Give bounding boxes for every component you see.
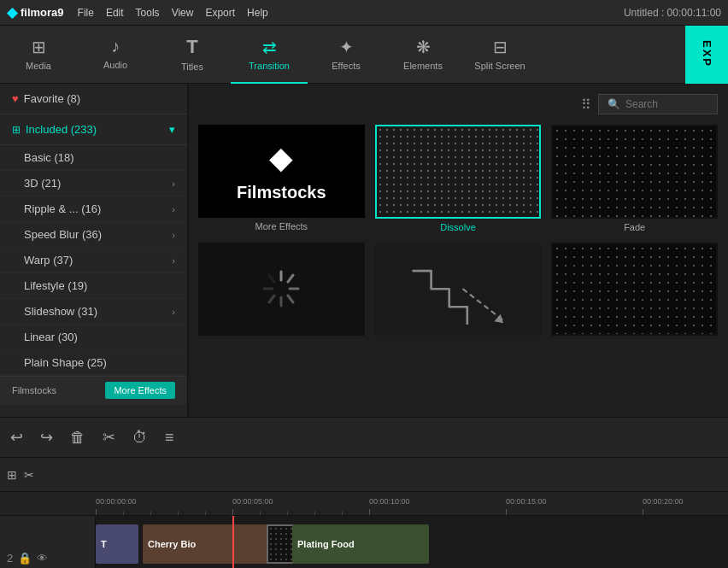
tab-transition[interactable]: ⇄ Transition: [231, 26, 308, 84]
transition-icon: ⇄: [262, 37, 277, 57]
ruler-tick-10: [369, 509, 370, 516]
clip-plating[interactable]: Plating Food: [292, 524, 429, 564]
tab-media[interactable]: ⊞ Media: [0, 26, 77, 84]
heart-icon: ♥: [12, 92, 19, 105]
effects-icon: ✦: [339, 37, 354, 57]
tab-effects-label: Effects: [332, 61, 360, 71]
sidebar-item-slideshow[interactable]: Slideshow (31) ›: [0, 299, 187, 325]
clip-cherry-content: Cherry Bio: [143, 524, 201, 564]
transition-fade[interactable]: Fade: [551, 125, 718, 232]
main-area: ♥ Favorite (8) ⊞ Included (233) ▾ Basic …: [0, 84, 728, 417]
lock-icon[interactable]: 🔒: [18, 552, 32, 565]
sidebar-item-linear[interactable]: Linear (30): [0, 325, 187, 350]
ruler-label-0: 00:00:00:00: [96, 497, 137, 506]
more-effects-button[interactable]: More Effects: [105, 382, 175, 399]
tab-splitscreen[interactable]: ⊟ Split Screen: [461, 26, 538, 84]
sidebar-item-3d-label: 3D (21): [24, 177, 61, 190]
timeline-track-area: 2 🔒 👁 T Cherry Bio: [0, 516, 728, 568]
menu-edit[interactable]: Edit: [106, 7, 124, 19]
chevron-down-icon: ▾: [169, 123, 175, 136]
chevron-right-icon: ›: [172, 255, 175, 266]
logo: ◆ filmora9: [7, 4, 64, 20]
transition-staircase[interactable]: [375, 243, 542, 340]
timer-icon[interactable]: ⏱: [132, 429, 148, 447]
search-icon: 🔍: [608, 98, 620, 110]
more-effects-thumb: ◆ Filmstocks: [198, 125, 365, 218]
more-effects-label: More Effects: [198, 221, 365, 231]
svg-marker-9: [494, 314, 503, 324]
tab-elements[interactable]: ❋ Elements: [385, 26, 461, 84]
sidebar-item-basic-label: Basic (18): [24, 151, 74, 164]
sidebar-item-lifestyle[interactable]: Lifestyle (19): [0, 273, 187, 299]
menu-items: File Edit Tools View Export Help: [78, 7, 268, 19]
sidebar-item-plainshape[interactable]: Plain Shape (25): [0, 350, 187, 376]
ruler-tick-0: [96, 509, 97, 516]
track-number: 2: [7, 552, 13, 565]
audio-icon: ♪: [111, 37, 120, 56]
menu-file[interactable]: File: [78, 7, 94, 19]
menu-export[interactable]: Export: [205, 7, 235, 19]
sidebar-favorite[interactable]: ♥ Favorite (8): [0, 84, 187, 114]
dissolve-thumb: [375, 125, 542, 219]
tab-effects[interactable]: ✦ Effects: [308, 26, 385, 84]
scissors-icon[interactable]: ✂: [24, 468, 34, 482]
timeline-tracks: T Cherry Bio Plating Food: [96, 516, 728, 568]
ruler-label-20: 00:00:20:00: [643, 497, 684, 506]
logo-icon: ◆: [7, 4, 17, 20]
transition-more-effects[interactable]: ◆ Filmstocks More Effects: [198, 125, 365, 232]
redo-icon[interactable]: ↪: [40, 428, 53, 447]
sidebar-item-ripple[interactable]: Ripple & ... (16) ›: [0, 196, 187, 222]
chevron-right-icon: ›: [172, 179, 175, 189]
add-track-icon[interactable]: ⊞: [7, 468, 17, 482]
clip-t[interactable]: T: [96, 524, 138, 564]
transition-spin[interactable]: [198, 243, 365, 340]
action-bar: ↩ ↪ 🗑 ✂ ⏱ ≡: [0, 417, 728, 458]
transition-dissolve[interactable]: Dissolve: [375, 125, 542, 232]
media-icon: ⊞: [32, 37, 46, 57]
clip-plating-label: Plating Food: [297, 539, 355, 549]
staircase-thumb: [375, 243, 542, 337]
fade-pattern: [553, 126, 716, 217]
transition-dotfade[interactable]: [551, 243, 718, 340]
undo-icon[interactable]: ↩: [10, 428, 23, 447]
svg-line-8: [462, 289, 502, 320]
clip-t-label: T: [101, 539, 107, 549]
delete-icon[interactable]: 🗑: [70, 429, 85, 447]
tab-audio[interactable]: ♪ Audio: [77, 26, 154, 84]
logo-text: filmora9: [21, 6, 64, 19]
cut-icon[interactable]: ✂: [103, 428, 115, 447]
chevron-right-icon: ›: [172, 204, 175, 214]
sidebar-included-header[interactable]: ⊞ Included (233) ▾: [0, 114, 187, 145]
tab-audio-label: Audio: [103, 60, 127, 70]
dissolve-label: Dissolve: [375, 222, 542, 232]
menu-tools[interactable]: Tools: [136, 7, 160, 19]
fade-thumb: [551, 125, 718, 219]
ruler-tick-20: [643, 509, 643, 516]
sidebar-item-slideshow-label: Slideshow (31): [24, 305, 97, 318]
menu-view[interactable]: View: [172, 7, 194, 19]
sidebar-item-linear-label: Linear (30): [24, 331, 78, 343]
toolbar: ⊞ Media ♪ Audio T Titles ⇄ Transition ✦ …: [0, 26, 728, 84]
svg-line-1: [288, 275, 293, 282]
sidebar-item-speedblur[interactable]: Speed Blur (36) ›: [0, 222, 187, 248]
sidebar-item-3d[interactable]: 3D (21) ›: [0, 171, 187, 196]
export-button[interactable]: EXP: [685, 26, 728, 84]
sidebar-favorite-label: Favorite (8): [24, 92, 80, 105]
tab-titles[interactable]: T Titles: [154, 26, 231, 84]
search-input[interactable]: [625, 98, 708, 110]
sidebar-filmstocks[interactable]: Filmstocks More Effects: [0, 376, 187, 404]
clip-cherry[interactable]: Cherry Bio: [143, 524, 271, 564]
grid-icon: ⊞: [12, 124, 21, 136]
menu-help[interactable]: Help: [247, 7, 268, 19]
dotfade-thumb: [551, 243, 718, 337]
sidebar-item-warp[interactable]: Warp (37) ›: [0, 248, 187, 273]
clip-t-content: T: [96, 524, 112, 564]
spin-thumb: [198, 243, 365, 336]
chevron-right-icon: ›: [172, 230, 175, 240]
visibility-icon[interactable]: 👁: [37, 552, 48, 565]
playhead: [232, 516, 234, 568]
settings-icon[interactable]: ≡: [165, 429, 174, 447]
sidebar-item-basic[interactable]: Basic (18): [0, 145, 187, 171]
menu-bar: ◆ filmora9 File Edit Tools View Export H…: [0, 0, 728, 26]
view-toggle-icon[interactable]: ⠿: [581, 97, 591, 113]
